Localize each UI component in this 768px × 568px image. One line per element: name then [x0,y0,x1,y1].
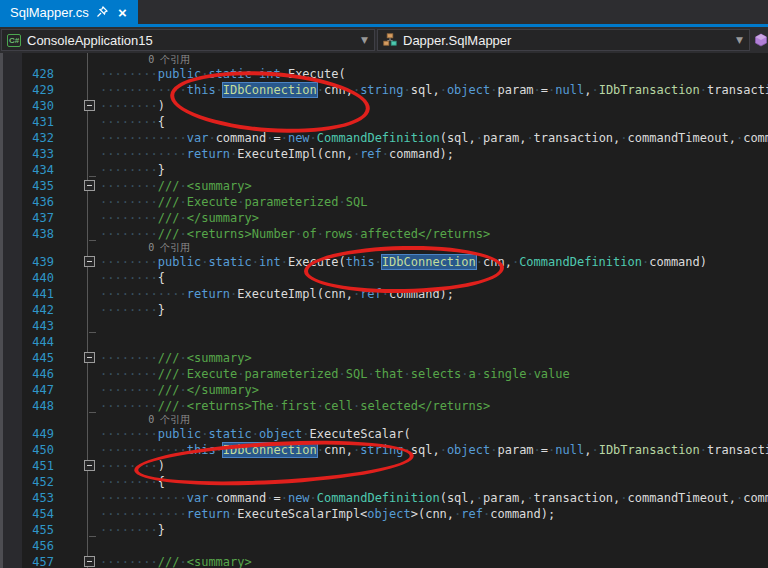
codelens-row[interactable]: 0 个引用 [0,414,768,426]
code-line-text[interactable]: ············return·ExecuteImpl(cnn,·ref·… [100,286,768,302]
fold-margin-cell [54,458,100,474]
code-line[interactable]: 448········///·<returns>The·first·cell·s… [0,398,768,414]
tab-sqlmapper[interactable]: SqlMapper.cs × [0,0,138,24]
fold-collapse-toggle[interactable] [84,180,95,191]
whitespace-dots: · [338,367,345,381]
code-line[interactable]: 439········public·static·int·Execute(thi… [0,254,768,270]
fold-collapse-toggle[interactable] [84,556,95,567]
code-line[interactable]: 434········} [0,162,768,178]
code-token: transaction [707,443,768,457]
code-line[interactable]: 456 [0,538,768,554]
line-number [0,242,54,254]
code-line[interactable]: 436········///·Execute·parameterized·SQL [0,194,768,210]
code-line-text[interactable]: ············var·command·=·new·CommandDef… [100,490,768,506]
code-line[interactable]: 433············return·ExecuteImpl(cnn,·r… [0,146,768,162]
member-dropdown[interactable] [752,29,768,51]
fold-collapse-toggle[interactable] [84,352,95,363]
line-number: 447 [0,382,54,398]
code-line[interactable]: 428········public·static·int·Execute( [0,66,768,82]
code-line[interactable]: 429············this·IDbConnection·cnn,·s… [0,82,768,98]
code-line[interactable]: 442········} [0,302,768,318]
code-line[interactable]: 431········{ [0,114,768,130]
code-line-text[interactable] [100,318,768,334]
code-line-text[interactable]: ········{ [100,270,768,286]
code-token: ExecuteScalar( [310,427,411,441]
code-token: parameterized [245,195,339,209]
code-line[interactable]: 441············return·ExecuteImpl(cnn,·r… [0,286,768,302]
code-line[interactable]: 457········///·<summary> [0,554,768,568]
highlighted-reference: IDbConnection [382,255,476,269]
code-line[interactable]: 437········///·</summary> [0,210,768,226]
codelens-references-link[interactable]: 0 个引用 [100,242,768,254]
code-token: command [216,491,267,505]
code-line-text[interactable]: ········///·Execute·parameterized·SQL [100,194,768,210]
fold-collapse-toggle[interactable] [84,100,95,111]
close-icon[interactable]: × [116,6,129,19]
fold-collapse-toggle[interactable] [84,460,95,471]
highlighted-reference: IDbConnection [223,443,317,457]
codelens-row[interactable]: 0 个引用 [0,242,768,254]
code-line-text[interactable]: ········public·static·int·Execute(this·I… [100,254,768,270]
code-line-text[interactable]: ········///·<returns>Number·of·rows·affe… [100,226,768,242]
line-number: 441 [0,286,54,302]
code-line-text[interactable]: ········///·<summary> [100,554,768,568]
code-line-text[interactable] [100,334,768,350]
codelens-references-link[interactable]: 0 个引用 [100,54,768,66]
code-line-text[interactable]: ············this·IDbConnection·cnn,·stri… [100,82,768,98]
code-line-text[interactable] [100,538,768,554]
code-line-text[interactable]: ············this·IDbConnection·cnn,·stri… [100,442,768,458]
code-line[interactable]: 455········} [0,522,768,538]
code-line[interactable]: 454············return·ExecuteScalarImpl<… [0,506,768,522]
pin-icon[interactable] [96,6,109,19]
whitespace-dots: ············ [100,491,187,505]
code-token: Execute [187,367,238,381]
code-line[interactable]: 432············var·command·=·new·Command… [0,130,768,146]
code-line-text[interactable]: ········{ [100,474,768,490]
code-token: rows [324,227,353,241]
line-number: 439 [0,254,54,270]
line-number [0,414,54,426]
code-line[interactable]: 444 [0,334,768,350]
code-line[interactable]: 438········///·<returns>Number·of·rows·a… [0,226,768,242]
code-line-text[interactable]: ········///·<summary> [100,350,768,366]
code-line[interactable]: 453············var·command·=·new·Command… [0,490,768,506]
whitespace-dots: · [179,367,186,381]
code-line-text[interactable]: ········public·static·int·Execute( [100,66,768,82]
code-line[interactable]: 449········public·static·object·ExecuteS… [0,426,768,442]
code-line-text[interactable]: ········{ [100,114,768,130]
code-line-text[interactable]: ········public·static·object·ExecuteScal… [100,426,768,442]
code-line-text[interactable]: ········///·</summary> [100,210,768,226]
code-line[interactable]: 447········///·</summary> [0,382,768,398]
code-line-text[interactable]: ········) [100,98,768,114]
code-line[interactable]: 440········{ [0,270,768,286]
code-line[interactable]: 446········///·Execute·parameterized·SQL… [0,366,768,382]
code-line[interactable]: 451········) [0,458,768,474]
code-line-text[interactable]: ············var·command·=·new·CommandDef… [100,130,768,146]
codelens-references-link[interactable]: 0 个引用 [100,414,768,426]
type-dropdown[interactable]: Dapper.SqlMapper ▼ [377,29,750,51]
fold-collapse-toggle[interactable] [84,256,95,267]
whitespace-dots: ············ [100,83,187,97]
code-line[interactable]: 450············this·IDbConnection·cnn,·s… [0,442,768,458]
code-line-text[interactable]: ········///·<returns>The·first·cell·sele… [100,398,768,414]
codelens-row[interactable]: 0 个引用 [0,54,768,66]
project-dropdown[interactable]: C# ConsoleApplication15 ▼ [1,29,375,51]
minus-glyph [87,561,92,562]
code-line-text[interactable]: ········} [100,162,768,178]
code-line[interactable]: 452········{ [0,474,768,490]
code-line-text[interactable]: ············return·ExecuteScalarImpl<obj… [100,506,768,522]
code-line-text[interactable]: ········///·Execute·parameterized·SQL·th… [100,366,768,382]
code-line-text[interactable]: ········///·</summary> [100,382,768,398]
code-line[interactable]: 445········///·<summary> [0,350,768,366]
code-line-text[interactable]: ········} [100,302,768,318]
fold-margin-cell [54,554,100,568]
code-line-text[interactable]: ········} [100,522,768,538]
code-line-text[interactable]: ············return·ExecuteImpl(cnn,·ref·… [100,146,768,162]
code-line[interactable]: 443 [0,318,768,334]
code-line[interactable]: 435········///·<summary> [0,178,768,194]
whitespace-dots: ········ [100,67,158,81]
code-line-text[interactable]: ········) [100,458,768,474]
code-line-text[interactable]: ········///·<summary> [100,178,768,194]
code-line[interactable]: 430········) [0,98,768,114]
code-editor[interactable]: 0 个引用428········public·static·int·Execut… [0,53,768,568]
